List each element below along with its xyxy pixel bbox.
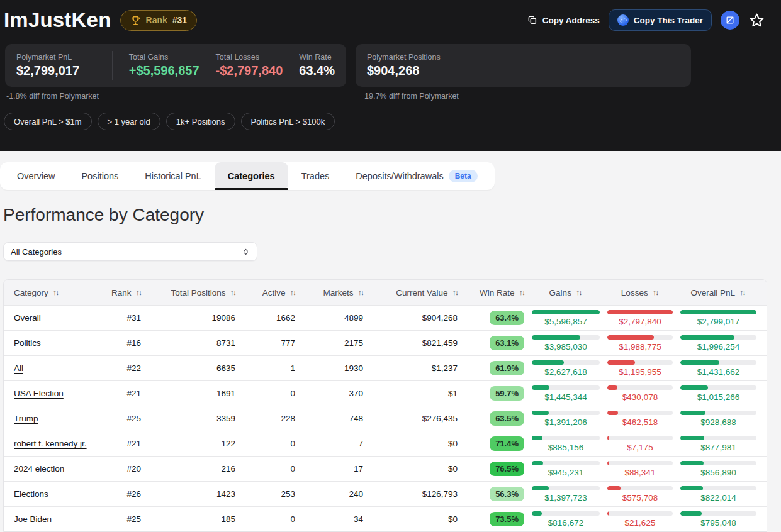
- gains-value: $2,627,618: [532, 367, 600, 377]
- pnl-value: $1,431,662: [680, 367, 756, 377]
- col-header-category: Category↑↓: [14, 288, 96, 297]
- overall-pnl-cell: $877,981: [673, 436, 756, 452]
- sort-icon[interactable]: ↑↓: [653, 288, 658, 297]
- rank-cell: #22: [96, 363, 141, 373]
- sort-icon[interactable]: ↑↓: [136, 288, 142, 297]
- losses-value: $21,625: [607, 518, 673, 528]
- col-header-overall-pnl: Overall PnL↑↓: [673, 288, 756, 297]
- sort-icon[interactable]: ↑↓: [739, 288, 745, 297]
- tab-historical-pnl[interactable]: Historical PnL: [132, 162, 214, 190]
- current-value-cell: $0: [363, 514, 458, 524]
- table-row: robert f. kennedy jr. #21 122 0 7 $0 71.…: [4, 431, 767, 456]
- category-link[interactable]: Politics: [14, 338, 41, 348]
- category-link[interactable]: USA Election: [14, 389, 64, 398]
- markets-cell: 748: [295, 414, 363, 423]
- overall-pnl-cell: $1,015,266: [673, 385, 756, 402]
- losses-cell: $462,518: [600, 411, 673, 427]
- rank-cell: #16: [96, 338, 141, 348]
- pnl-bar-fill: [680, 436, 704, 440]
- stat-polymarket-pnl: Polymarket PnL $2,799,017: [16, 53, 96, 78]
- current-value-cell: $1,237: [363, 363, 458, 373]
- gains-cell: $1,397,723: [524, 486, 600, 502]
- win-rate-badge: 63.1%: [490, 336, 524, 350]
- category-link[interactable]: Overall: [14, 313, 41, 323]
- losses-cell: $1,988,775: [600, 335, 673, 352]
- profile-header: ImJustKen Rank #31 Copy Address: [0, 0, 781, 151]
- section-title: Performance by Category: [3, 205, 767, 225]
- gains-cell: $2,627,618: [524, 360, 600, 377]
- gains-cell: $816,672: [524, 511, 600, 528]
- current-value-cell: $0: [363, 439, 458, 448]
- positions-diff-note: 19.7% diff from Polymarket: [356, 92, 691, 101]
- markets-cell: 34: [295, 514, 363, 524]
- copy-address-button[interactable]: Copy Address: [527, 15, 600, 25]
- gains-cell: $3,985,030: [524, 335, 600, 352]
- tab-overview[interactable]: Overview: [4, 162, 68, 190]
- win-rate-badge: 76.5%: [490, 462, 524, 476]
- badge-chip: > 1 year old: [98, 113, 160, 130]
- win-rate-cell: 63.5%: [458, 411, 524, 426]
- gains-value: $3,985,030: [532, 342, 600, 352]
- win-rate-badge: 56.3%: [490, 487, 524, 501]
- category-link[interactable]: All: [14, 363, 23, 373]
- sort-icon[interactable]: ↑↓: [53, 288, 59, 297]
- badge-chip: 1k+ Positions: [166, 113, 235, 130]
- losses-value: $1,195,955: [607, 367, 673, 377]
- debank-button[interactable]: [721, 11, 739, 30]
- overall-pnl-cell: $822,014: [673, 486, 756, 502]
- badge-chip: Politics PnL > $100k: [241, 113, 335, 130]
- sort-icon[interactable]: ↑↓: [576, 288, 582, 297]
- tab-positions[interactable]: Positions: [68, 162, 132, 190]
- performance-table: Category↑↓ Rank↑↓ Total Positions↑↓ Acti…: [3, 279, 767, 532]
- tab-categories[interactable]: Categories: [215, 162, 288, 190]
- copy-this-trader-button[interactable]: Copy This Trader: [609, 9, 712, 31]
- gains-bar-fill: [532, 360, 564, 365]
- sort-icon[interactable]: ↑↓: [290, 288, 296, 297]
- gains-bar-track: [532, 436, 600, 440]
- pnl-value: $928,688: [680, 418, 756, 427]
- pnl-bar-fill: [680, 310, 756, 314]
- table-header-row: Category↑↓ Rank↑↓ Total Positions↑↓ Acti…: [4, 280, 767, 305]
- category-link[interactable]: robert f. kennedy jr.: [14, 439, 87, 448]
- tab-trades[interactable]: Trades: [288, 162, 343, 190]
- losses-bar-track: [607, 411, 673, 415]
- category-link[interactable]: Joe Biden: [14, 514, 52, 524]
- col-header-losses: Losses↑↓: [600, 288, 673, 297]
- stat-total-losses: Total Losses -$2,797,840: [216, 53, 283, 78]
- table-row: Elections #26 1423 253 240 $126,793 56.3…: [4, 481, 767, 506]
- active-cell: 228: [235, 414, 295, 423]
- gains-cell: $1,445,344: [524, 385, 600, 402]
- sort-icon[interactable]: ↑↓: [452, 288, 458, 297]
- gains-bar-track: [532, 411, 600, 415]
- sort-icon[interactable]: ↑↓: [519, 288, 525, 297]
- sort-icon[interactable]: ↑↓: [358, 288, 364, 297]
- losses-value: $1,988,775: [607, 342, 673, 352]
- category-link[interactable]: Trump: [14, 414, 38, 423]
- losses-value: $2,797,840: [607, 317, 673, 326]
- losses-bar-track: [607, 511, 673, 516]
- rank-cell: #21: [96, 439, 141, 448]
- col-header-markets: Markets↑↓: [295, 288, 363, 297]
- category-filter-select[interactable]: All Categories: [3, 242, 257, 261]
- win-rate-badge: 63.5%: [490, 411, 524, 426]
- pnl-bar-fill: [680, 486, 703, 490]
- gains-value: $1,445,344: [532, 392, 600, 402]
- trader-badges: Overall PnL > $1m > 1 year old 1k+ Posit…: [4, 113, 765, 130]
- losses-bar-track: [607, 486, 673, 490]
- category-link[interactable]: 2024 election: [14, 464, 64, 474]
- divider: [112, 51, 113, 80]
- rank-badge: Rank #31: [120, 10, 198, 31]
- win-rate-cell: 63.1%: [458, 336, 524, 350]
- markets-cell: 17: [295, 464, 363, 474]
- category-link[interactable]: Elections: [14, 489, 48, 499]
- active-cell: 253: [235, 489, 295, 499]
- gains-bar-track: [532, 511, 600, 516]
- beta-badge: Beta: [449, 170, 478, 182]
- sort-icon[interactable]: ↑↓: [230, 288, 236, 297]
- tab-deposits-withdrawals[interactable]: Deposits/Withdrawals Beta: [342, 162, 490, 190]
- gains-bar-fill: [532, 385, 549, 390]
- favorite-star-button[interactable]: [748, 12, 765, 29]
- category-cell: Elections: [14, 489, 96, 499]
- losses-bar-fill: [607, 411, 618, 415]
- gains-bar-fill: [532, 461, 543, 465]
